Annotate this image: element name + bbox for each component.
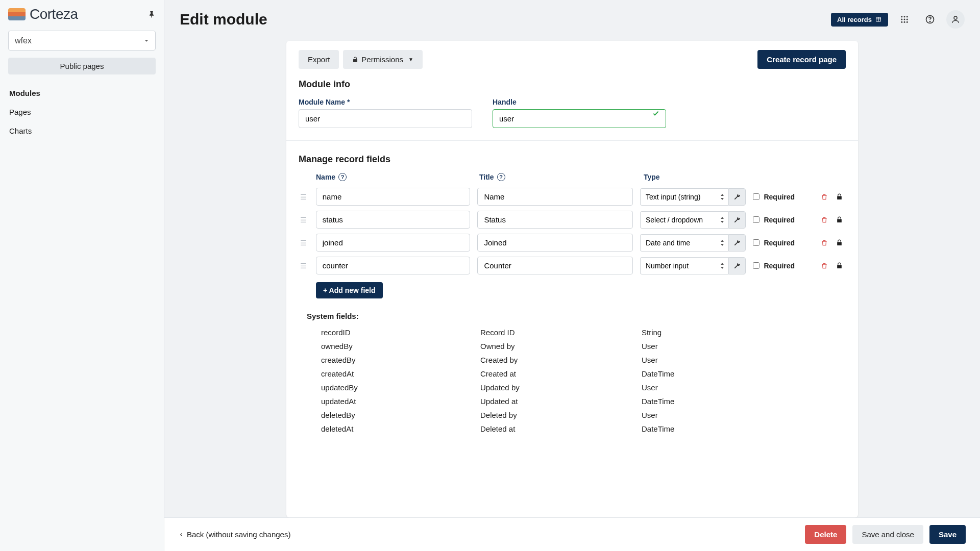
field-type-select[interactable]: Text input (string) bbox=[640, 188, 728, 206]
field-title-input[interactable] bbox=[477, 257, 633, 274]
footer: Back (without saving changes) Delete Sav… bbox=[164, 517, 980, 551]
field-configure-button[interactable] bbox=[728, 257, 746, 274]
public-pages-button[interactable]: Public pages bbox=[8, 58, 156, 74]
field-name-input[interactable] bbox=[316, 211, 471, 229]
col-title-label: Title bbox=[479, 173, 494, 181]
svg-point-9 bbox=[901, 21, 902, 23]
system-field-row: createdAt Created at DateTime bbox=[307, 367, 846, 381]
svg-point-8 bbox=[906, 19, 908, 20]
field-title-input[interactable] bbox=[477, 234, 633, 252]
sidebar-item-charts[interactable]: Charts bbox=[8, 121, 156, 140]
brand-logo: Corteza bbox=[8, 6, 78, 22]
back-link[interactable]: Back (without saving changes) bbox=[179, 530, 290, 539]
lock-icon[interactable] bbox=[836, 262, 843, 269]
sidebar-item-pages[interactable]: Pages bbox=[8, 103, 156, 121]
svg-point-14 bbox=[954, 16, 957, 19]
trash-icon[interactable] bbox=[821, 193, 828, 201]
svg-point-13 bbox=[929, 21, 930, 22]
field-configure-button[interactable] bbox=[728, 188, 746, 206]
system-field-type: DateTime bbox=[642, 397, 674, 406]
required-label: Required bbox=[764, 239, 795, 247]
save-and-close-button[interactable]: Save and close bbox=[852, 525, 923, 544]
field-type-select[interactable]: Date and time bbox=[640, 234, 728, 252]
topbar: Edit module All records bbox=[164, 0, 980, 31]
svg-point-10 bbox=[904, 21, 905, 23]
field-configure-button[interactable] bbox=[728, 211, 746, 229]
wrench-icon bbox=[733, 239, 741, 246]
field-row: ☰ Select / dropdown Required bbox=[286, 208, 858, 231]
add-new-field-button[interactable]: + Add new field bbox=[316, 282, 383, 298]
namespace-select[interactable]: wfex bbox=[8, 31, 156, 51]
system-field-type: User bbox=[642, 411, 658, 419]
svg-point-11 bbox=[906, 21, 908, 23]
system-field-title: Record ID bbox=[480, 328, 642, 337]
field-name-input[interactable] bbox=[316, 257, 471, 274]
chevron-down-icon: ▼ bbox=[408, 57, 413, 62]
drag-handle-icon[interactable]: ☰ bbox=[299, 193, 309, 201]
export-button[interactable]: Export bbox=[299, 50, 339, 69]
create-record-page-button[interactable]: Create record page bbox=[757, 50, 846, 69]
system-field-row: recordID Record ID String bbox=[307, 325, 846, 339]
page-title: Edit module bbox=[180, 11, 267, 28]
svg-point-4 bbox=[904, 16, 905, 17]
lock-icon[interactable] bbox=[836, 239, 843, 246]
drag-handle-icon[interactable]: ☰ bbox=[299, 216, 309, 223]
system-field-type: User bbox=[642, 356, 658, 364]
system-field-row: updatedAt Updated at DateTime bbox=[307, 394, 846, 408]
delete-button[interactable]: Delete bbox=[805, 525, 846, 544]
required-label: Required bbox=[764, 262, 795, 270]
field-title-input[interactable] bbox=[477, 211, 633, 229]
field-name-input[interactable] bbox=[316, 188, 471, 206]
required-label: Required bbox=[764, 193, 795, 201]
system-field-name: createdBy bbox=[321, 356, 480, 364]
field-row: ☰ Date and time Required bbox=[286, 231, 858, 254]
all-records-button[interactable]: All records bbox=[831, 13, 888, 27]
field-title-input[interactable] bbox=[477, 188, 633, 206]
drag-handle-icon[interactable]: ☰ bbox=[299, 262, 309, 269]
required-checkbox[interactable] bbox=[753, 239, 760, 246]
svg-point-3 bbox=[901, 16, 902, 17]
required-checkbox[interactable] bbox=[753, 216, 760, 223]
required-checkbox[interactable] bbox=[753, 193, 760, 200]
user-avatar-icon[interactable] bbox=[946, 10, 965, 29]
system-field-type: User bbox=[642, 383, 658, 392]
system-field-row: deletedBy Deleted by User bbox=[307, 408, 846, 422]
trash-icon[interactable] bbox=[821, 216, 828, 224]
field-name-input[interactable] bbox=[316, 234, 471, 252]
drag-handle-icon[interactable]: ☰ bbox=[299, 239, 309, 246]
system-field-title: Deleted at bbox=[480, 424, 642, 433]
required-checkbox[interactable] bbox=[753, 262, 760, 269]
svg-point-5 bbox=[906, 16, 908, 17]
col-name-label: Name bbox=[316, 173, 335, 181]
edit-module-card: Export Permissions ▼ Create record page … bbox=[286, 41, 858, 517]
check-icon bbox=[652, 109, 660, 117]
pin-icon[interactable] bbox=[148, 10, 156, 18]
sidebar-item-modules[interactable]: Modules bbox=[8, 84, 156, 103]
logo-icon bbox=[8, 8, 26, 20]
save-button[interactable]: Save bbox=[929, 525, 966, 544]
help-icon[interactable] bbox=[921, 10, 939, 29]
help-icon[interactable]: ? bbox=[338, 173, 347, 181]
handle-input[interactable] bbox=[493, 109, 666, 128]
lock-icon[interactable] bbox=[836, 216, 843, 223]
module-name-input[interactable] bbox=[299, 109, 472, 128]
field-type-select[interactable]: Number input bbox=[640, 257, 728, 274]
permissions-button[interactable]: Permissions ▼ bbox=[343, 50, 423, 69]
field-configure-button[interactable] bbox=[728, 234, 746, 252]
help-icon[interactable]: ? bbox=[497, 173, 505, 181]
apps-grid-icon[interactable] bbox=[895, 10, 914, 29]
system-field-title: Updated by bbox=[480, 383, 642, 392]
manage-fields-heading: Manage record fields bbox=[286, 150, 858, 169]
lock-icon[interactable] bbox=[836, 193, 843, 201]
system-field-type: DateTime bbox=[642, 424, 674, 433]
svg-point-7 bbox=[904, 19, 905, 20]
system-field-row: ownedBy Owned by User bbox=[307, 339, 846, 353]
system-field-name: recordID bbox=[321, 328, 480, 337]
table-icon bbox=[875, 16, 882, 22]
col-type-label: Type bbox=[644, 173, 751, 181]
main: Edit module All records Export bbox=[164, 0, 980, 551]
trash-icon[interactable] bbox=[821, 262, 828, 270]
field-row: ☰ Text input (string) Required bbox=[286, 185, 858, 208]
trash-icon[interactable] bbox=[821, 239, 828, 247]
field-type-select[interactable]: Select / dropdown bbox=[640, 211, 728, 229]
